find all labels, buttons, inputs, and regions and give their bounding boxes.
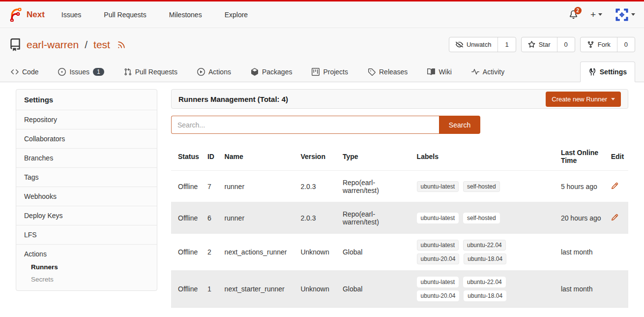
create-runner-button[interactable]: Create new Runner — [546, 92, 621, 107]
user-menu-dropdown[interactable] — [615, 8, 635, 22]
tab-code[interactable]: Code — [9, 68, 40, 82]
runner-edit-cell — [607, 271, 628, 308]
runner-status: Offline — [171, 271, 204, 308]
star-label: Star — [539, 41, 551, 48]
sidebar-item-branches[interactable]: Branches — [16, 149, 157, 168]
repo-owner-link[interactable]: earl-warren — [27, 39, 79, 51]
runner-version: Unknown — [296, 234, 339, 271]
runner-version: 2.0.3 — [296, 202, 339, 234]
tab-packages[interactable]: Packages — [249, 68, 294, 82]
sidebar-item-secrets[interactable]: Secrets — [16, 273, 157, 285]
runners-panel-header: Runners Management (Total: 4) Create new… — [171, 89, 628, 109]
runner-name: next_actions_runner — [221, 234, 297, 271]
tab-activity[interactable]: Activity — [469, 68, 506, 82]
fork-button[interactable]: Fork0 — [580, 37, 635, 52]
project-icon — [312, 68, 320, 76]
tab-settings[interactable]: Settings — [580, 62, 635, 82]
tab-projects[interactable]: Projects — [310, 68, 350, 82]
runner-name: runner — [221, 202, 297, 234]
runners-panel: Runners Management (Total: 4) Create new… — [171, 89, 628, 308]
repo-actions: Unwatch1Star0Fork0 — [449, 37, 635, 52]
code-icon — [11, 68, 19, 76]
star-count[interactable]: 0 — [557, 37, 575, 52]
fork-label: Fork — [598, 41, 611, 48]
sidebar-item-webhooks[interactable]: Webhooks — [16, 187, 157, 206]
tab-releases[interactable]: Releases — [366, 68, 410, 82]
notifications-button[interactable]: 2 — [569, 10, 578, 19]
tab-pull-requests[interactable]: Pull Requests — [122, 68, 179, 82]
runner-row: Offline2next_actions_runnerUnknownGlobal… — [171, 234, 628, 271]
sidebar-item-deploy-keys[interactable]: Deploy Keys — [16, 206, 157, 225]
label-chip: self-hosted — [463, 181, 500, 192]
tab-wiki[interactable]: Wiki — [425, 68, 453, 82]
label-chip: ubuntu-20.04 — [417, 290, 460, 301]
runner-id: 2 — [204, 234, 221, 271]
sidebar-item-repository[interactable]: Repository — [16, 110, 157, 129]
tab-label: Activity — [483, 68, 504, 76]
star-icon — [528, 41, 535, 48]
runner-status: Offline — [171, 202, 204, 234]
runner-id: 1 — [204, 271, 221, 308]
brand-name: Next — [27, 10, 45, 20]
label-chip: ubuntu-18.04 — [464, 290, 506, 301]
runner-status: Offline — [171, 171, 204, 202]
runner-type: Repo(earl-warren/test) — [339, 202, 413, 234]
nav-link-milestones[interactable]: Milestones — [169, 11, 202, 19]
unwatch-button[interactable]: Unwatch1 — [449, 37, 516, 52]
create-new-dropdown[interactable]: + — [590, 10, 602, 19]
runner-status: Offline — [171, 234, 204, 271]
nav-link-explore[interactable]: Explore — [225, 11, 248, 19]
label-chip: self-hosted — [463, 213, 500, 223]
runner-type: Repo(earl-warren/test) — [339, 171, 413, 202]
repo-icon — [9, 38, 22, 51]
runner-labels: ubuntu-latestself-hosted — [413, 202, 557, 234]
panel-title: Runners Management (Total: 4) — [178, 95, 288, 103]
plus-icon: + — [590, 10, 596, 19]
edit-runner-button[interactable] — [611, 182, 618, 190]
sidebar-item-lfs[interactable]: LFS — [16, 225, 157, 245]
avatar — [615, 8, 629, 22]
unwatch-count[interactable]: 1 — [498, 37, 515, 52]
fork-icon — [587, 41, 594, 48]
sidebar-item-tags[interactable]: Tags — [16, 168, 157, 187]
tab-actions[interactable]: Actions — [195, 68, 233, 82]
runner-last-online: 20 hours ago — [557, 202, 607, 234]
nav-link-issues[interactable]: Issues — [61, 11, 81, 19]
runner-version: 2.0.3 — [296, 171, 339, 202]
runner-labels: ubuntu-latestubuntu-22.04ubuntu-20.04ubu… — [413, 234, 557, 271]
tab-issues[interactable]: Issues1 — [56, 68, 106, 82]
runner-last-online: 5 hours ago — [557, 171, 607, 202]
nav-link-pull-requests[interactable]: Pull Requests — [104, 11, 146, 19]
sidebar-item-collaborators[interactable]: Collaborators — [16, 129, 157, 149]
search-input[interactable] — [171, 116, 439, 134]
column-header-edit: Edit — [607, 143, 628, 171]
runner-edit-cell — [607, 202, 628, 234]
runner-row: Offline7runner2.0.3Repo(earl-warren/test… — [171, 171, 628, 202]
create-runner-label: Create new Runner — [552, 95, 607, 103]
edit-runner-button[interactable] — [611, 214, 618, 221]
label-chip: ubuntu-latest — [417, 213, 459, 223]
pulse-icon — [471, 68, 479, 76]
star-button[interactable]: Star0 — [521, 37, 575, 52]
fork-count[interactable]: 0 — [617, 37, 635, 52]
rss-icon[interactable] — [117, 40, 126, 49]
runner-id: 7 — [204, 171, 221, 202]
repo-tabs: CodeIssues1Pull RequestsActionsPackagesP… — [0, 61, 644, 82]
sidebar-item-runners[interactable]: Runners — [16, 261, 157, 273]
label-chip: ubuntu-latest — [417, 181, 459, 192]
sidebar-item-actions[interactable]: Actions — [16, 250, 157, 261]
tab-label: Actions — [208, 68, 231, 76]
repo-name-link[interactable]: test — [93, 39, 110, 51]
search-button[interactable]: Search — [439, 116, 480, 134]
home-logo-link[interactable]: Next — [9, 8, 45, 22]
book-icon — [427, 68, 435, 76]
column-header-id: ID — [204, 143, 221, 171]
forgejo-logo-icon — [9, 8, 23, 22]
repo-title: earl-warren / test — [9, 38, 126, 51]
tab-label: Code — [22, 68, 38, 76]
column-header-name: Name — [221, 143, 297, 171]
notification-count-badge: 2 — [574, 7, 582, 14]
column-header-version: Version — [296, 143, 339, 171]
play-icon — [197, 68, 205, 76]
chevron-down-icon — [631, 13, 635, 16]
